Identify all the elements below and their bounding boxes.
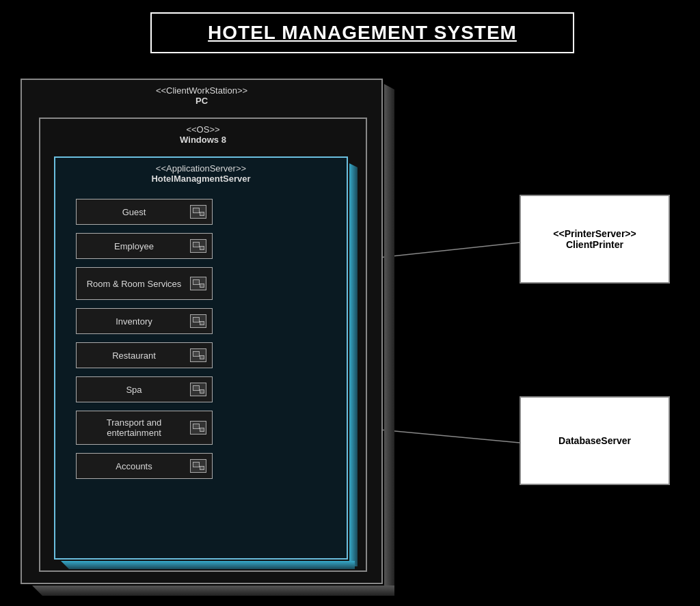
module-accounts[interactable]: Accounts — [76, 453, 213, 479]
module-inventory-label: Inventory — [82, 316, 186, 327]
depth-right — [384, 84, 394, 590]
module-transport[interactable]: Transport and entertainment — [76, 411, 213, 445]
module-room[interactable]: Room & Room Services — [76, 267, 213, 300]
module-guest[interactable]: Guest — [76, 199, 213, 225]
module-room-icon — [190, 277, 206, 290]
client-ws-label: <<ClientWorkStation>> PC — [156, 85, 247, 106]
module-transport-label: Transport and entertainment — [82, 417, 186, 438]
module-inventory[interactable]: Inventory — [76, 308, 213, 334]
printer-server-box: <<PrinterServer>> ClientPrinter — [520, 195, 670, 284]
app-depth-right — [349, 163, 358, 566]
title-box: HOTEL MANAGEMENT SYSTEM — [150, 12, 574, 53]
module-restaurant-icon — [190, 348, 206, 362]
module-restaurant[interactable]: Restaurant — [76, 342, 213, 368]
depth-bottom — [32, 586, 394, 596]
module-spa-icon — [190, 383, 206, 396]
module-list: Guest Employee Room & Room Services Inve… — [76, 199, 213, 479]
module-guest-icon — [190, 205, 206, 219]
module-inventory-icon — [190, 314, 206, 328]
app-server-label: <<ApplicationServer>> HotelManagmentServ… — [151, 163, 250, 184]
os-label: <<OS>> Windows 8 — [180, 124, 226, 145]
module-employee-label: Employee — [82, 241, 186, 251]
printer-server-label: <<PrinterServer>> ClientPrinter — [553, 228, 636, 250]
client-workstation-box: <<ClientWorkStation>> PC <<OS>> Windows … — [21, 79, 383, 584]
module-restaurant-label: Restaurant — [82, 350, 186, 361]
module-room-label: Room & Room Services — [82, 279, 186, 289]
db-server-label: DatabaseServer — [558, 435, 631, 446]
module-employee-icon — [190, 239, 206, 253]
module-transport-icon — [190, 421, 206, 435]
module-guest-label: Guest — [82, 207, 186, 217]
module-accounts-icon — [190, 459, 206, 473]
os-box: <<OS>> Windows 8 <<ApplicationServer>> H… — [39, 118, 367, 572]
page-title: HOTEL MANAGEMENT SYSTEM — [208, 22, 517, 43]
app-server-box: <<ApplicationServer>> HotelManagmentServ… — [54, 156, 348, 560]
module-employee[interactable]: Employee — [76, 233, 213, 259]
db-server-box: DatabaseServer — [520, 396, 670, 485]
module-accounts-label: Accounts — [82, 461, 186, 471]
app-depth-bottom — [61, 561, 355, 569]
module-spa-label: Spa — [82, 385, 186, 395]
module-spa[interactable]: Spa — [76, 376, 213, 402]
